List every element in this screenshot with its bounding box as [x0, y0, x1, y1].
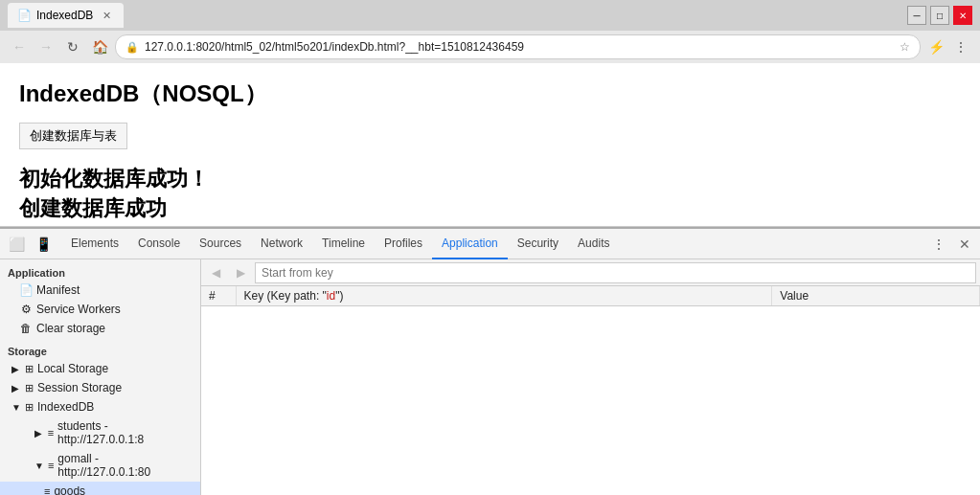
sidebar-item-service-workers[interactable]: ⚙ Service Workers: [0, 300, 200, 319]
indexeddb-label: IndexedDB: [37, 400, 94, 414]
status-text: 初始化数据库成功！ 创建数据库成功: [19, 165, 961, 224]
goods-label: goods: [54, 484, 85, 495]
page-content: IndexedDB（NOSQL） 创建数据库与表 初始化数据库成功！ 创建数据库…: [0, 63, 980, 227]
forward-button[interactable]: →: [34, 35, 57, 58]
window-controls: ─ □ ✕: [907, 6, 972, 25]
home-button[interactable]: 🏠: [88, 35, 111, 58]
application-section-label: Application: [0, 263, 200, 281]
sidebar-item-indexeddb[interactable]: ▼ ⊞ IndexedDB: [0, 397, 200, 416]
sidebar-item-students[interactable]: ▶ ≡ students - http://127.0.0.1:8: [0, 416, 200, 449]
col-header-hash: #: [201, 286, 236, 306]
col-header-value: Value: [772, 286, 980, 306]
extensions-button[interactable]: ⚡: [924, 35, 947, 58]
gomall-db-icon: ≡: [48, 460, 54, 471]
local-storage-toggle-icon: ▶: [11, 364, 21, 374]
nav-right-controls: ⚡ ⋮: [924, 35, 972, 58]
back-button[interactable]: ←: [8, 35, 31, 58]
col-header-key: Key (Key path: "id"): [236, 286, 772, 306]
tab-application[interactable]: Application: [432, 229, 508, 259]
browser-chrome: 📄 IndexedDB ✕ ─ □ ✕ ← → ↻ 🏠 🔒 127.0.0.1:…: [0, 0, 980, 63]
service-workers-label: Service Workers: [36, 303, 121, 316]
service-workers-icon: ⚙: [19, 303, 33, 316]
students-toggle-icon: ▶: [34, 428, 44, 439]
devtools-main: ◀ ▶ # Key (Key path: "id") Value: [201, 259, 980, 495]
browser-tab[interactable]: 📄 IndexedDB ✕: [8, 3, 124, 28]
tab-profiles[interactable]: Profiles: [375, 229, 432, 259]
students-db-icon: ≡: [48, 427, 54, 439]
devtools-toolbar-right: ⋮ ✕: [928, 234, 974, 255]
sidebar-item-session-storage[interactable]: ▶ ⊞ Session Storage: [0, 378, 200, 397]
devtools-tabs: Elements Console Sources Network Timelin…: [61, 229, 928, 259]
url-text: 127.0.0.1:8020/html5_02/html5o201/indexD…: [145, 40, 894, 54]
nav-bar: ← → ↻ 🏠 🔒 127.0.0.1:8020/html5_02/html5o…: [0, 31, 980, 63]
tab-audits[interactable]: Audits: [568, 229, 619, 259]
local-storage-grid-icon: ⊞: [25, 363, 34, 375]
device-mode-icon[interactable]: 📱: [33, 234, 54, 255]
tab-network[interactable]: Network: [251, 229, 312, 259]
menu-button[interactable]: ⋮: [949, 35, 972, 58]
next-page-button[interactable]: ▶: [230, 262, 251, 283]
session-storage-label: Session Storage: [37, 381, 122, 394]
reload-button[interactable]: ↻: [61, 35, 84, 58]
session-storage-toggle-icon: ▶: [11, 383, 21, 394]
clear-storage-icon: 🗑: [19, 322, 33, 335]
status-line1: 初始化数据库成功！: [19, 165, 961, 194]
bookmark-icon[interactable]: ☆: [900, 40, 910, 54]
devtools-main-toolbar: ◀ ▶: [201, 259, 980, 286]
new-tab-area: [129, 3, 302, 28]
manifest-label: Manifest: [36, 283, 80, 297]
indexeddb-table: # Key (Key path: "id") Value: [201, 286, 980, 495]
gomall-toggle-icon: ▼: [34, 461, 44, 471]
sidebar-item-clear-storage[interactable]: 🗑 Clear storage: [0, 319, 200, 338]
inspect-element-icon[interactable]: ⬜: [6, 234, 27, 255]
page-area: IndexedDB（NOSQL） 创建数据库与表 初始化数据库成功！ 创建数据库…: [0, 63, 980, 495]
sidebar-item-goods[interactable]: ≡ goods: [0, 482, 200, 495]
indexeddb-toggle-icon: ▼: [11, 402, 21, 413]
close-button[interactable]: ✕: [953, 6, 972, 25]
page-heading: IndexedDB（NOSQL）: [19, 79, 961, 109]
tab-sources[interactable]: Sources: [190, 229, 251, 259]
gomall-label: gomall - http://127.0.0.1:80: [57, 452, 193, 479]
students-label: students - http://127.0.0.1:8: [57, 419, 193, 446]
devtools-body: Application 📄 Manifest ⚙ Service Workers…: [0, 259, 980, 495]
tab-favicon: 📄: [17, 9, 31, 22]
storage-section-label: Storage: [0, 342, 200, 359]
restore-button[interactable]: □: [930, 6, 949, 25]
devtools-close-button[interactable]: ✕: [955, 235, 974, 254]
goods-table-icon: ≡: [44, 485, 50, 495]
lock-icon: 🔒: [125, 41, 139, 54]
local-storage-label: Local Storage: [37, 362, 108, 375]
minimize-button[interactable]: ─: [907, 6, 926, 25]
tab-console[interactable]: Console: [128, 229, 190, 259]
address-bar[interactable]: 🔒 127.0.0.1:8020/html5_02/html5o201/inde…: [115, 34, 921, 59]
tab-title: IndexedDB: [36, 9, 93, 22]
title-bar: 📄 IndexedDB ✕ ─ □ ✕: [0, 0, 980, 31]
create-db-button[interactable]: 创建数据库与表: [19, 123, 127, 149]
data-table: # Key (Key path: "id") Value: [201, 286, 980, 306]
sidebar-item-gomall[interactable]: ▼ ≡ gomall - http://127.0.0.1:80: [0, 449, 200, 482]
devtools-more-icon[interactable]: ⋮: [928, 234, 949, 255]
prev-page-button[interactable]: ◀: [205, 262, 226, 283]
start-from-input[interactable]: [255, 262, 976, 283]
sidebar-item-manifest[interactable]: 📄 Manifest: [0, 281, 200, 300]
devtools-toolbar: ⬜ 📱 Elements Console Sources Network Tim…: [0, 229, 980, 259]
session-storage-grid-icon: ⊞: [25, 382, 34, 394]
tab-close-button[interactable]: ✕: [99, 8, 114, 23]
devtools-sidebar: Application 📄 Manifest ⚙ Service Workers…: [0, 259, 201, 495]
sidebar-item-local-storage[interactable]: ▶ ⊞ Local Storage: [0, 359, 200, 378]
clear-storage-label: Clear storage: [36, 322, 105, 335]
status-line2: 创建数据库成功: [19, 194, 961, 224]
tab-elements[interactable]: Elements: [61, 229, 128, 259]
indexeddb-icon: ⊞: [25, 401, 34, 414]
manifest-icon: 📄: [19, 283, 33, 297]
tab-security[interactable]: Security: [508, 229, 568, 259]
title-bar-left: 📄 IndexedDB ✕: [8, 3, 302, 28]
devtools-icons: ⬜ 📱: [6, 234, 54, 255]
devtools-panel: ⬜ 📱 Elements Console Sources Network Tim…: [0, 227, 980, 495]
tab-timeline[interactable]: Timeline: [312, 229, 375, 259]
